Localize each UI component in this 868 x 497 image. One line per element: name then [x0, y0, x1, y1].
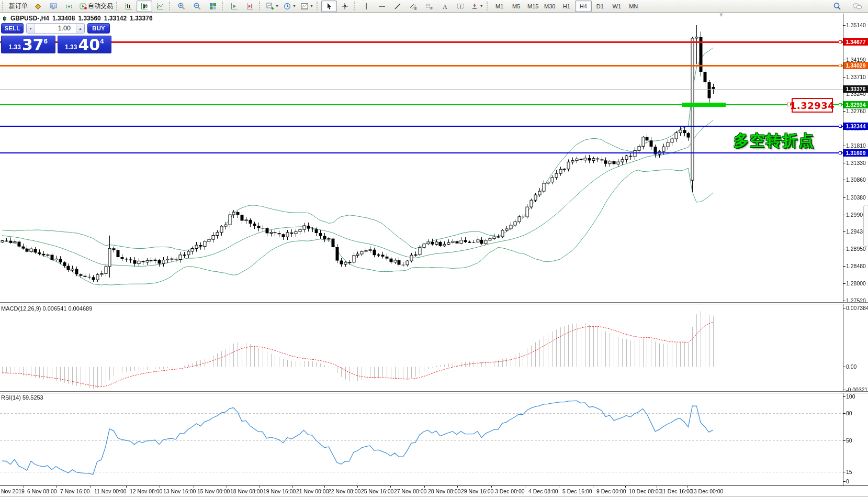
textA-icon: A [441, 2, 449, 10]
ohlc-close: 1.33376 [130, 15, 152, 22]
time-axis-label: 19 Nov 16:00 [263, 488, 296, 494]
horizontal-line-button[interactable] [374, 1, 390, 12]
buy-price-big: 40 [78, 37, 100, 53]
pivot-green-line-highlight-segment[interactable] [682, 103, 726, 107]
chat-button[interactable] [849, 1, 865, 12]
current-price-line [0, 89, 843, 90]
support-line-1-anchor-square [839, 125, 842, 128]
zoom-in-icon [177, 2, 186, 10]
tf-h1[interactable]: H1 [558, 1, 575, 12]
trade-group-grip[interactable] [2, 2, 5, 10]
autotrade-icon [79, 2, 87, 10]
buy-quote-box[interactable]: 1.33 40 4 [58, 36, 112, 53]
support-line-2-price-badge: 1.31609 [843, 149, 868, 157]
gold-diamond-icon [33, 2, 42, 10]
zoom-group-grip[interactable] [169, 2, 172, 10]
buy-button[interactable]: BUY [87, 23, 110, 34]
tf-w1[interactable]: W1 [608, 1, 625, 12]
time-axis-label: 18 Nov 08:00 [230, 488, 263, 494]
indicator-axis-label: 50 [846, 437, 852, 444]
time-axis-label: 22 Nov 08:00 [328, 488, 360, 494]
templates-button[interactable]: ▼ [298, 1, 315, 12]
volume-value[interactable]: 1.00 [35, 24, 76, 33]
trendline-icon [393, 2, 402, 10]
zoom-in-button[interactable] [174, 1, 189, 12]
main-toolbar: 新订单自动交易▼▼▼EFAT▼M1M5M15M30H1H4D1W1MN [0, 0, 868, 13]
bars-chart-button[interactable] [121, 1, 137, 12]
trendline-button[interactable] [390, 1, 405, 12]
scroll-group-grip[interactable] [222, 2, 225, 10]
volume-spinner: ▼ 1.00 ▲ [26, 23, 85, 34]
signals-button[interactable] [61, 1, 77, 12]
sell-button[interactable]: SELL [1, 23, 24, 34]
indicator-axis-label: 80 [846, 410, 852, 416]
candles-icon [140, 2, 149, 10]
arrows-button[interactable]: ▼ [468, 1, 486, 12]
auto-scroll-button[interactable] [227, 1, 242, 12]
resistance-line-1[interactable] [0, 41, 843, 43]
draw-group-grip[interactable] [354, 2, 357, 10]
cursor-button[interactable] [321, 1, 337, 12]
vertical-line-button[interactable] [358, 1, 374, 12]
timeframes-group-grip[interactable] [487, 2, 490, 10]
macd-pane-splitter[interactable] [0, 302, 868, 304]
time-axis-label: 13 Dec 00:00 [691, 488, 723, 494]
ohlc-high: 1.33560 [78, 15, 100, 22]
price-callout-label[interactable]: 1.32934 [792, 98, 833, 113]
text-label-button[interactable]: T [453, 1, 468, 12]
tf-d1[interactable]: D1 [592, 1, 608, 12]
crosshair-button[interactable] [337, 1, 353, 12]
tile-windows-button[interactable] [205, 1, 221, 12]
support-line-2[interactable] [0, 152, 843, 153]
price-axis-label: 1.28950 [846, 246, 866, 252]
buy-price-small: 1.33 [65, 43, 77, 51]
rsi-indicator-label: RSI(14) 59.5253 [1, 394, 43, 401]
zoom-out-button[interactable] [189, 1, 205, 12]
support-line-1[interactable] [0, 126, 843, 127]
cursor-group-grip[interactable] [317, 2, 320, 10]
autotrade-button[interactable]: 自动交易 [77, 1, 115, 12]
price-axis-label: 1.35140 [846, 22, 866, 28]
search-button[interactable] [829, 1, 845, 12]
periods-button[interactable]: ▼ [281, 1, 298, 12]
tf-m1[interactable]: M1 [491, 1, 508, 12]
line-chart-button[interactable] [152, 1, 168, 12]
chart-shift-button[interactable] [242, 1, 258, 12]
rsi-pane-splitter[interactable] [0, 391, 868, 393]
new-order-button[interactable]: 新订单 [7, 1, 30, 12]
volume-up-button[interactable]: ▲ [76, 24, 84, 33]
volume-down-button[interactable]: ▼ [27, 24, 35, 33]
search-icon [832, 2, 842, 11]
time-axis-label: 29 Nov 16:00 [461, 488, 493, 494]
tf-m5[interactable]: M5 [508, 1, 525, 12]
time-axis-label: 9 Dec 00:00 [596, 488, 626, 494]
price-axis-label: 1.33710 [846, 74, 866, 80]
indicator-axis-label: 100 [846, 393, 855, 400]
tf-m30[interactable]: M30 [542, 1, 558, 12]
sell-quote-box[interactable]: 1.33 37 6 [1, 36, 55, 53]
chart-canvas[interactable] [0, 0, 868, 497]
svg-text:T: T [459, 4, 462, 9]
tf-h4[interactable]: H4 [575, 1, 592, 12]
resistance-line-2[interactable] [0, 65, 843, 67]
vertical-scrollbar-thumb[interactable] [863, 205, 868, 247]
text-button[interactable]: A [437, 1, 453, 12]
channel-button[interactable]: E [405, 1, 421, 12]
fibonacci-button[interactable]: F [421, 1, 437, 12]
candles-chart-button[interactable] [137, 1, 152, 12]
current-price-line-price-badge: 1.33376 [843, 85, 868, 93]
new-chart-button[interactable]: ▼ [264, 1, 281, 12]
chart-type-group-grip[interactable] [116, 2, 119, 10]
chinese-annotation[interactable]: 多空转折点 [734, 130, 815, 151]
time-axis-label: Nov 2019 [1, 488, 25, 494]
sell-price-big: 37 [22, 37, 44, 53]
gold-diamond-button[interactable] [30, 1, 46, 12]
arrows-icon [470, 2, 479, 10]
market-watch-button[interactable] [46, 1, 61, 12]
svg-text:E: E [414, 7, 417, 10]
pivot-green-line-price-badge: 1.32934 [843, 101, 868, 108]
tf-mn[interactable]: MN [625, 1, 642, 12]
time-axis-label: 7 Nov 16:00 [60, 488, 90, 494]
objects-group-grip[interactable] [259, 2, 262, 10]
tf-m15[interactable]: M15 [525, 1, 542, 12]
